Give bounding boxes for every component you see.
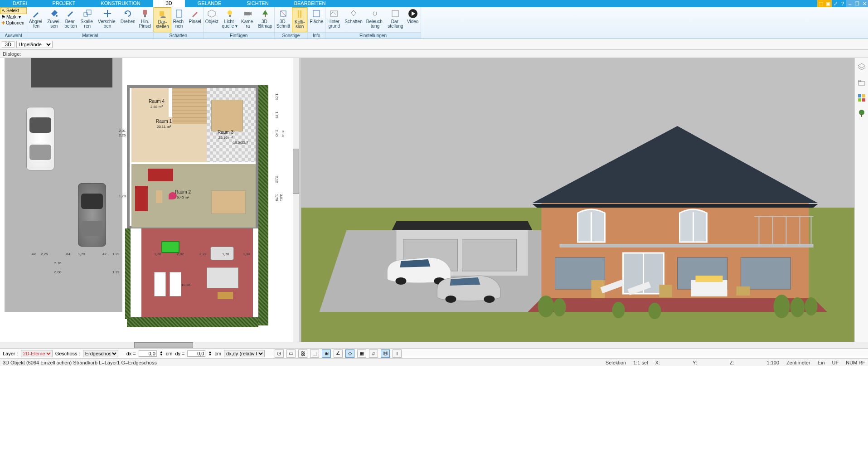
tool-screen-icon[interactable]: ▭ bbox=[286, 349, 296, 358]
btn-lichtquelle[interactable]: Licht- quelle ▾ bbox=[220, 7, 239, 32]
spin-down-icon[interactable]: ▼ bbox=[208, 354, 212, 356]
car-white bbox=[26, 107, 54, 170]
tool-north-icon[interactable]: Ⓝ bbox=[381, 349, 390, 358]
tool-snap-icon[interactable]: ⬚ bbox=[310, 349, 319, 358]
close-icon[interactable]: ✕ bbox=[861, 0, 868, 7]
dxdy-mode[interactable]: dx,dy (relativ ka bbox=[224, 350, 265, 357]
tab-3d[interactable]: 3D bbox=[153, 0, 185, 7]
lighting-icon bbox=[369, 8, 380, 19]
dim: 6,97 bbox=[281, 131, 285, 138]
dim: 2,02 bbox=[177, 252, 184, 256]
window-btn-3[interactable]: ⤢ bbox=[832, 0, 839, 7]
room-3 bbox=[207, 88, 256, 162]
tool-hash-icon[interactable]: # bbox=[369, 349, 378, 358]
materials-panel-icon[interactable] bbox=[857, 93, 866, 102]
room-4-label: Raum 42,88 m² bbox=[149, 99, 165, 109]
tab-konstruktion[interactable]: KONSTRUKTION bbox=[88, 0, 153, 7]
btn-3dschnitt[interactable]: 3D- Schnitt bbox=[275, 7, 292, 32]
mark-button[interactable]: ⚑Mark.▾ bbox=[0, 14, 27, 20]
minimize-icon[interactable]: – bbox=[846, 0, 853, 7]
svg-rect-64 bbox=[858, 82, 865, 85]
btn-kollision[interactable]: Kolli- sion bbox=[292, 7, 307, 32]
tab-bearbeiten[interactable]: BEARBEITEN bbox=[281, 0, 339, 7]
sofa-patio bbox=[207, 267, 238, 288]
svg-rect-53 bbox=[659, 285, 672, 297]
btn-beleuchtung[interactable]: Beleuch- tung bbox=[364, 7, 386, 32]
window-btn-1[interactable]: ⬚ bbox=[817, 0, 824, 7]
view-2d-plan[interactable]: Raum 42,88 m² Raum 120,11 m² Raum 325,10… bbox=[0, 58, 299, 342]
scrollbar-thumb[interactable] bbox=[293, 149, 299, 194]
tool-link-icon[interactable]: ⛓ bbox=[298, 349, 307, 358]
layer-dropdown[interactable]: 2D-Elemen bbox=[21, 350, 53, 357]
tab-gelaende[interactable]: GELÄNDE bbox=[185, 0, 234, 7]
furniture-panel-icon[interactable] bbox=[857, 78, 866, 87]
svg-point-58 bbox=[553, 298, 566, 316]
calc-icon bbox=[174, 8, 184, 19]
brush2-icon bbox=[189, 8, 200, 19]
options-button[interactable]: ✚Optionen bbox=[0, 20, 27, 26]
select-button[interactable]: ↖Selekt bbox=[0, 7, 27, 14]
workspace: Raum 42,88 m² Raum 120,11 m² Raum 325,10… bbox=[0, 58, 868, 342]
btn-skalieren[interactable]: Skalie- ren bbox=[79, 7, 97, 32]
dim: 1,09 bbox=[275, 93, 279, 101]
btn-pinsel[interactable]: Pinsel bbox=[187, 7, 203, 32]
btn-darstellen[interactable]: Dar- stellen bbox=[154, 7, 171, 32]
btn-schatten[interactable]: Schatten bbox=[343, 7, 364, 32]
tool-angle-icon[interactable]: ∠ bbox=[334, 349, 343, 358]
view-3d[interactable] bbox=[301, 58, 854, 342]
dx-input[interactable] bbox=[139, 350, 157, 357]
btn-abgreifen[interactable]: Abgrei- fen bbox=[27, 7, 45, 32]
lounger-1 bbox=[154, 272, 166, 296]
spin-down-icon[interactable]: ▼ bbox=[160, 354, 163, 356]
svg-rect-7 bbox=[176, 10, 182, 17]
svg-rect-54 bbox=[691, 280, 727, 296]
scrollbar-2d[interactable] bbox=[0, 342, 299, 348]
dim: 2,26 bbox=[41, 252, 48, 256]
tool-grid-icon[interactable]: ▦ bbox=[357, 349, 366, 358]
dy-input[interactable] bbox=[187, 350, 205, 357]
layer-select[interactable]: Urgelände bbox=[16, 41, 53, 48]
tool-ortho-icon[interactable]: ⊞ bbox=[322, 349, 331, 358]
display-icon bbox=[390, 8, 401, 19]
dim: 1,76 bbox=[275, 194, 279, 201]
help-icon[interactable]: ? bbox=[839, 0, 846, 7]
svg-rect-35 bbox=[560, 244, 814, 247]
tool-diamond-icon[interactable]: ◇ bbox=[345, 349, 354, 358]
btn-kamera[interactable]: Kame- ra bbox=[239, 7, 256, 32]
svg-point-30 bbox=[446, 296, 456, 303]
cursor-icon: ↖ bbox=[2, 8, 5, 13]
tab-sichten[interactable]: SICHTEN bbox=[234, 0, 281, 7]
btn-3dbitmap[interactable]: 3D- Bitmap bbox=[257, 7, 274, 32]
btn-bearbeiten[interactable]: Bear- beiten bbox=[63, 7, 78, 32]
maximize-icon[interactable]: ❐ bbox=[853, 0, 861, 7]
layers-panel-icon[interactable] bbox=[857, 63, 866, 72]
btn-video[interactable]: Video bbox=[405, 7, 421, 32]
section-icon bbox=[278, 8, 289, 19]
ribbon-group-schatten: Dar- stellen Rech- nen Pinsel Schatten bbox=[154, 7, 204, 39]
window-btn-2[interactable]: ▣ bbox=[824, 0, 832, 7]
scrollbar-vertical[interactable] bbox=[293, 58, 299, 342]
tool-clock-icon[interactable]: ◷ bbox=[275, 349, 284, 358]
dim: 1,78 bbox=[78, 252, 85, 256]
btn-flaeche[interactable]: Fläche bbox=[308, 7, 325, 32]
btn-rechnen[interactable]: Rech- nen bbox=[171, 7, 187, 32]
tab-projekt[interactable]: PROJEKT bbox=[40, 0, 88, 7]
tab-datei[interactable]: DATEI bbox=[0, 0, 40, 7]
svg-point-63 bbox=[649, 303, 661, 319]
btn-objekt[interactable]: Objekt bbox=[204, 7, 220, 32]
btn-hintergrund[interactable]: Hinter- grund bbox=[325, 7, 343, 32]
geschoss-label: Geschoss : bbox=[55, 351, 80, 356]
btn-verschieben[interactable]: Verschie- ben bbox=[96, 7, 119, 32]
btn-darstellung[interactable]: Dar- stellung bbox=[386, 7, 405, 32]
btn-zuweisen[interactable]: Zuwei- sen bbox=[45, 7, 63, 32]
tool-text-icon[interactable]: I bbox=[393, 349, 402, 358]
layer-label: Layer : bbox=[3, 351, 18, 356]
btn-drehen[interactable]: Drehen bbox=[119, 7, 137, 32]
scrollbar-thumb[interactable] bbox=[134, 342, 193, 348]
dim: 2,23 bbox=[199, 252, 207, 256]
btn-hinpinsel[interactable]: Hin. Pinsel bbox=[137, 7, 153, 32]
geschoss-dropdown[interactable]: Erdgeschos bbox=[83, 350, 118, 357]
svg-rect-19 bbox=[392, 10, 398, 17]
scrollbar-3d[interactable] bbox=[301, 342, 854, 348]
plants-panel-icon[interactable] bbox=[857, 109, 866, 118]
